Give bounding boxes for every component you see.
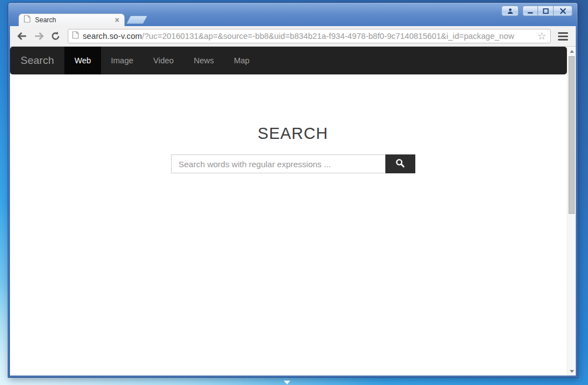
scrollbar[interactable] xyxy=(567,47,576,376)
close-button-icon[interactable] xyxy=(554,6,572,16)
nav-tab-news[interactable]: News xyxy=(184,47,224,74)
scroll-down-icon[interactable] xyxy=(567,367,576,376)
url-host: search.so-v.com xyxy=(83,32,142,41)
minimize-button-icon[interactable] xyxy=(522,6,538,16)
url-path: /?uc=20160131&ap=&source=-bb8&uid=b834b2… xyxy=(142,32,514,41)
navbar-brand[interactable]: Search xyxy=(10,47,64,74)
profile-icon[interactable] xyxy=(501,6,519,16)
tab-favicon-document-icon xyxy=(24,15,31,25)
desktop-background: Search × xyxy=(0,0,588,385)
new-tab-button[interactable] xyxy=(126,16,148,24)
maximize-button-icon[interactable] xyxy=(538,6,554,16)
forward-icon[interactable] xyxy=(32,29,46,43)
nav-tab-image[interactable]: Image xyxy=(101,47,143,74)
tab-title: Search xyxy=(35,16,115,24)
page-viewport: Search Web Image Video News Map SEARCH xyxy=(10,47,576,376)
address-bar[interactable]: search.so-v.com/?uc=20160131&ap=&source=… xyxy=(68,29,551,43)
window-titlebar[interactable]: Search × xyxy=(8,3,577,26)
page-title: SEARCH xyxy=(10,124,576,143)
nav-tab-web[interactable]: Web xyxy=(64,47,101,74)
search-button[interactable] xyxy=(385,154,415,173)
search-input[interactable] xyxy=(171,154,385,173)
magnifier-icon xyxy=(395,158,405,169)
browser-toolbar: search.so-v.com/?uc=20160131&ap=&source=… xyxy=(10,26,576,47)
browser-window: Search × xyxy=(8,2,578,378)
search-form xyxy=(171,154,415,173)
window-controls xyxy=(501,6,572,16)
scrollbar-thumb[interactable] xyxy=(569,56,575,214)
url-document-icon xyxy=(72,31,79,41)
reload-icon[interactable] xyxy=(48,29,63,43)
site-navbar: Search Web Image Video News Map xyxy=(10,47,567,74)
main-content: SEARCH xyxy=(10,124,576,173)
nav-tab-map[interactable]: Map xyxy=(224,47,259,74)
bookmark-star-icon[interactable]: ☆ xyxy=(537,31,546,41)
tab-close-icon[interactable]: × xyxy=(115,16,119,24)
url-text: search.so-v.com/?uc=20160131&ap=&source=… xyxy=(83,32,534,41)
browser-tab[interactable]: Search × xyxy=(18,13,125,26)
back-icon[interactable] xyxy=(15,29,29,43)
desktop-hint-arrow-icon xyxy=(284,381,290,384)
nav-tab-video[interactable]: Video xyxy=(143,47,184,74)
scroll-up-icon[interactable] xyxy=(567,47,576,56)
menu-hamburger-icon[interactable] xyxy=(555,29,571,43)
